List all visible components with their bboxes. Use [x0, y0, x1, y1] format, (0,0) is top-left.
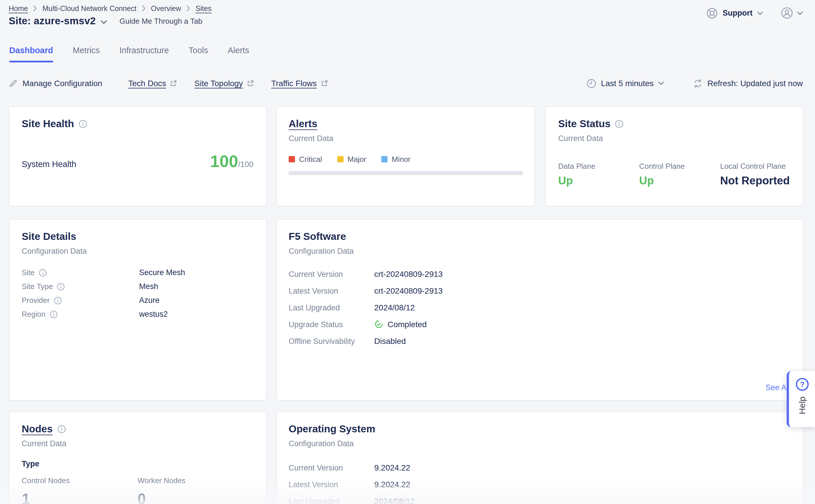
data-plane-label: Data Plane: [558, 162, 639, 170]
alerts-card: Alerts Current Data Critical Major Minor: [277, 106, 535, 206]
table-row: Offline Survivability Disabled: [289, 333, 791, 349]
manage-configuration-button[interactable]: Manage Configuration: [9, 79, 102, 88]
page-title: Site: azure-smsv2: [9, 15, 96, 27]
offline-survivability-value: Disabled: [374, 336, 406, 346]
alerts-title-link[interactable]: Alerts: [289, 118, 317, 130]
worker-nodes-col: Worker Nodes 0: [138, 476, 254, 504]
info-icon[interactable]: [79, 119, 87, 128]
breadcrumb-overview: Overview: [151, 5, 181, 13]
control-plane-status: Control Plane Up: [639, 162, 720, 187]
site-health-title: Site Health: [22, 118, 74, 130]
tab-dashboard[interactable]: Dashboard: [9, 46, 53, 62]
table-row: Latest Version crt-20240809-2913: [289, 282, 791, 299]
os-current-version-value: 9.2024.22: [374, 463, 410, 472]
worker-nodes-label: Worker Nodes: [138, 476, 254, 485]
table-row: Last Upgraded 2024/08/12: [289, 299, 791, 316]
current-version-label: Current Version: [289, 270, 374, 278]
table-row: Site Secure Mesh: [22, 266, 253, 279]
pencil-icon: [9, 79, 18, 88]
breadcrumb-home[interactable]: Home: [9, 5, 28, 13]
tab-alerts[interactable]: Alerts: [228, 46, 249, 62]
question-circle-icon: ?: [795, 377, 809, 391]
nodes-type-label: Type: [22, 459, 253, 468]
chevron-right-icon: [142, 5, 146, 12]
site-value: Secure Mesh: [139, 268, 185, 277]
nodes-subtitle: Current Data: [22, 439, 253, 448]
site-topology-link[interactable]: Site Topology: [194, 79, 254, 88]
tab-bar: Dashboard Metrics Infrastructure Tools A…: [9, 46, 249, 62]
chevron-right-icon: [186, 5, 190, 12]
see-all-link[interactable]: See All: [766, 383, 790, 392]
offline-survivability-label: Offline Survivability: [289, 337, 374, 345]
f5-software-title: F5 Software: [289, 230, 346, 242]
last-upgraded-value: 2024/08/12: [374, 303, 415, 312]
chevron-right-icon: [33, 5, 37, 12]
table-row: Region westus2: [22, 307, 253, 321]
clock-icon: [586, 78, 596, 88]
breadcrumb-sites[interactable]: Sites: [195, 5, 212, 13]
tech-docs-link[interactable]: Tech Docs: [128, 79, 177, 88]
support-label: Support: [723, 9, 753, 17]
os-latest-version-value: 9.2024.22: [374, 480, 410, 489]
guide-me-link[interactable]: Guide Me Through a Tab: [119, 17, 202, 25]
info-icon[interactable]: [39, 268, 47, 277]
critical-swatch: [289, 156, 295, 162]
page: Home Multi-Cloud Network Connect Overvie…: [0, 0, 815, 504]
region-value: westus2: [139, 310, 168, 318]
system-health-label: System Health: [22, 159, 76, 168]
local-control-plane-value: Not Reported: [720, 174, 790, 187]
last-upgraded-label: Last Upgraded: [289, 303, 374, 312]
toolbar: Manage Configuration Tech Docs Site Topo…: [9, 77, 328, 90]
major-swatch: [337, 156, 343, 162]
local-control-plane-status: Local Control Plane Not Reported: [720, 162, 790, 187]
info-icon[interactable]: [54, 296, 62, 304]
info-icon[interactable]: [615, 119, 624, 128]
traffic-flows-link[interactable]: Traffic Flows: [271, 79, 328, 88]
refresh-button[interactable]: Refresh: Updated just now: [693, 78, 803, 88]
worker-nodes-value: 0: [138, 490, 254, 504]
check-circle-icon: [374, 320, 384, 329]
manage-configuration-label: Manage Configuration: [23, 79, 102, 88]
nodes-card: Nodes Current Data Type Control Nodes 1 …: [8, 411, 267, 504]
info-icon[interactable]: [49, 310, 58, 318]
operating-system-card: Operating System Configuration Data Curr…: [277, 411, 803, 504]
time-range-dropdown[interactable]: Last 5 minutes: [586, 78, 664, 88]
help-tab[interactable]: ? Help: [787, 371, 815, 427]
account-menu[interactable]: [780, 6, 803, 20]
site-status-title: Site Status: [558, 118, 610, 130]
provider-label: Provider: [22, 296, 50, 305]
alerts-legend: Critical Major Minor: [289, 155, 523, 163]
tab-infrastructure[interactable]: Infrastructure: [119, 46, 169, 62]
tab-tools[interactable]: Tools: [188, 46, 208, 62]
lifebuoy-icon: [707, 7, 718, 19]
site-details-title: Site Details: [22, 230, 76, 242]
f5-software-card: F5 Software Configuration Data Current V…: [277, 219, 803, 401]
tab-metrics[interactable]: Metrics: [73, 46, 100, 62]
avatar-icon: [780, 6, 794, 20]
legend-item-critical: Critical: [289, 155, 322, 163]
breadcrumb: Home Multi-Cloud Network Connect Overvie…: [9, 5, 212, 13]
os-last-upgraded-label: Last Upgraded: [289, 497, 374, 504]
title-row: Site: azure-smsv2 Guide Me Through a Tab: [9, 15, 202, 27]
site-selector-chevron-down-icon[interactable]: [100, 20, 107, 24]
latest-version-label: Latest Version: [289, 286, 374, 295]
nodes-title-link[interactable]: Nodes: [22, 423, 53, 435]
legend-item-major: Major: [337, 155, 366, 163]
table-row: Last Upgraded 2024/08/12: [289, 493, 791, 504]
info-icon[interactable]: [57, 282, 65, 290]
time-range-label: Last 5 minutes: [601, 79, 654, 88]
operating-system-title: Operating System: [289, 423, 375, 435]
chevron-down-icon: [658, 81, 664, 85]
site-health-card: Site Health System Health 100/100: [8, 106, 267, 206]
system-health-score-suffix: /100: [238, 160, 253, 168]
header-right: Support: [707, 6, 803, 20]
control-nodes-value: 1: [22, 490, 138, 504]
site-details-subtitle: Configuration Data: [22, 247, 253, 255]
latest-version-value: crt-20240809-2913: [374, 286, 443, 295]
region-label: Region: [22, 310, 45, 318]
table-row: Latest Version 9.2024.22: [289, 476, 791, 493]
info-icon[interactable]: [57, 425, 66, 433]
control-nodes-label: Control Nodes: [22, 476, 138, 485]
control-plane-label: Control Plane: [639, 162, 720, 170]
support-menu[interactable]: Support: [707, 7, 763, 19]
